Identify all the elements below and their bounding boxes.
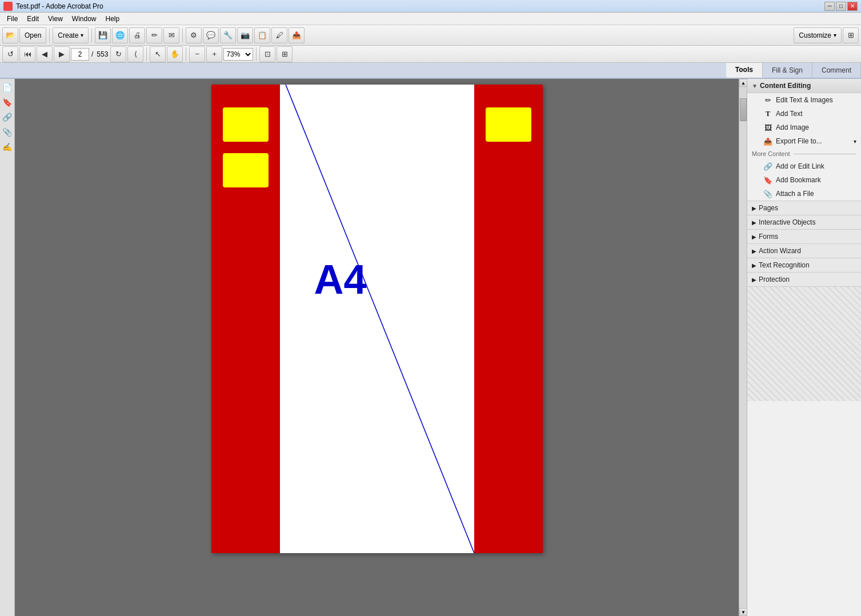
add-edit-link-item[interactable]: 🔗 Add or Edit Link <box>747 159 861 173</box>
create-button[interactable]: Create ▾ <box>53 27 89 43</box>
sidebar-sign-icon[interactable]: ✍ <box>1 141 14 153</box>
comment-icon[interactable]: 💬 <box>203 27 219 43</box>
sign-icon[interactable]: 🖊 <box>271 27 287 43</box>
forms-label: Forms <box>759 233 778 241</box>
add-bookmark-item[interactable]: 🔖 Add Bookmark <box>747 173 861 187</box>
export-file-item[interactable]: 📤 Export File to... ▾ <box>747 134 861 148</box>
forms-expand-arrow: ▶ <box>752 234 756 240</box>
sidebar-attachment-icon[interactable]: 📎 <box>1 126 14 138</box>
fit-page-icon[interactable]: ⊡ <box>259 46 275 62</box>
forms-icon[interactable]: 📋 <box>254 27 270 43</box>
vertical-scrollbar[interactable]: ▲ ▼ <box>739 79 747 616</box>
tab-spacer <box>0 63 726 78</box>
zoom-select[interactable]: 73% 50% 100% 125% 150% <box>223 48 253 61</box>
sidebar-link-icon[interactable]: 🔗 <box>1 111 14 123</box>
nav-rotate-icon[interactable]: ↺ <box>2 46 18 62</box>
add-image-icon: 🖼 <box>763 123 772 132</box>
window-controls: ─ □ ✕ <box>824 2 858 11</box>
edit-text-images-icon: ✏ <box>763 95 772 105</box>
tab-comment[interactable]: Comment <box>812 63 861 78</box>
action-wizard-section[interactable]: ▶ Action Wizard <box>747 244 861 258</box>
add-bookmark-icon: 🔖 <box>763 175 772 185</box>
toolbar-separator-3 <box>182 29 183 42</box>
settings-icon[interactable]: ⚙ <box>186 27 202 43</box>
text-recognition-section[interactable]: ▶ Text Recognition <box>747 258 861 273</box>
interactive-objects-section[interactable]: ▶ Interactive Objects <box>747 215 861 230</box>
open-folder-icon[interactable]: 📂 <box>2 27 18 43</box>
scroll-track <box>739 87 747 608</box>
forms-section[interactable]: ▶ Forms <box>747 230 861 244</box>
customize-button[interactable]: Customize ▾ <box>794 27 842 43</box>
nav-toolbar: ↺ ⏮ ◀ ▶ / 553 ↻ ⟨ ↖ ✋ − + 73% 50% 100% 1… <box>0 46 861 63</box>
main-layout: 📄 🔖 🔗 📎 ✍ A4 ▲ ▼ <box>0 79 861 616</box>
pages-expand-arrow: ▶ <box>752 205 756 211</box>
nav-separator-2 <box>186 47 186 61</box>
nav-separator-3 <box>256 47 257 61</box>
panel-toggle-icon[interactable]: ⊞ <box>843 27 859 43</box>
content-editing-header[interactable]: ▼ Content Editing <box>747 79 861 93</box>
sidebar-bookmark-icon[interactable]: 🔖 <box>1 96 14 109</box>
scan-icon[interactable]: 📷 <box>237 27 253 43</box>
sidebar-page-icon[interactable]: 📄 <box>1 81 14 94</box>
hand-icon[interactable]: ✋ <box>167 46 183 62</box>
edit-text-images-item[interactable]: ✏ Edit Text & Images <box>747 93 861 107</box>
add-text-icon: T <box>763 109 772 118</box>
open-button[interactable]: Open <box>19 27 46 43</box>
save-icon[interactable]: 💾 <box>95 27 111 43</box>
more-content-label: More Content <box>747 148 861 159</box>
pages-label: Pages <box>759 204 778 212</box>
menu-file[interactable]: File <box>2 14 22 24</box>
menu-help[interactable]: Help <box>101 14 125 24</box>
action-wizard-expand-arrow: ▶ <box>752 248 756 254</box>
scroll-up-button[interactable]: ▲ <box>739 79 747 87</box>
maximize-button[interactable]: □ <box>836 2 846 11</box>
minimize-button[interactable]: ─ <box>824 2 835 11</box>
action-wizard-label: Action Wizard <box>759 247 801 255</box>
app-icon <box>3 2 13 11</box>
menu-bar: File Edit View Window Help <box>0 13 861 25</box>
attach-file-icon: 📎 <box>763 189 772 198</box>
scroll-thumb[interactable] <box>740 98 747 121</box>
toolbar-separator-2 <box>91 29 92 42</box>
total-pages: 553 <box>95 50 109 58</box>
refresh-icon[interactable]: ↻ <box>110 46 126 62</box>
nav-first-icon[interactable]: ⏮ <box>19 46 35 62</box>
zoom-in-icon[interactable]: + <box>206 46 222 62</box>
pages-section[interactable]: ▶ Pages <box>747 201 861 215</box>
title-bar: Test.pdf - Adobe Acrobat Pro ─ □ ✕ <box>0 0 861 13</box>
add-text-item[interactable]: T Add Text <box>747 107 861 121</box>
canvas-area: A4 <box>15 79 739 616</box>
interactive-objects-label: Interactive Objects <box>759 218 815 226</box>
tab-tools[interactable]: Tools <box>726 63 763 78</box>
attach-file-item[interactable]: 📎 Attach a File <box>747 187 861 201</box>
menu-window[interactable]: Window <box>67 14 101 24</box>
edit-icon[interactable]: ✏ <box>146 27 162 43</box>
menu-edit[interactable]: Edit <box>22 14 43 24</box>
menu-view[interactable]: View <box>43 14 67 24</box>
text-recognition-label: Text Recognition <box>759 261 810 269</box>
scroll-down-button[interactable]: ▼ <box>739 608 747 616</box>
zoom-out-icon[interactable]: − <box>189 46 205 62</box>
page-number-input[interactable] <box>71 48 89 61</box>
fit-width-icon[interactable]: ⊞ <box>277 46 293 62</box>
export-icon[interactable]: 📤 <box>289 27 305 43</box>
tab-fill-sign[interactable]: Fill & Sign <box>763 63 812 78</box>
nav-back-icon[interactable]: ⟨ <box>127 46 143 62</box>
tools-icon[interactable]: 🔧 <box>220 27 236 43</box>
nav-prev-icon[interactable]: ◀ <box>37 46 53 62</box>
add-image-item[interactable]: 🖼 Add Image <box>747 121 861 134</box>
page-separator: / <box>90 50 94 58</box>
content-editing-label: Content Editing <box>760 82 811 90</box>
close-button[interactable]: ✕ <box>847 2 858 11</box>
window-title: Test.pdf - Adobe Acrobat Pro <box>16 2 824 10</box>
nav-next-icon[interactable]: ▶ <box>54 46 70 62</box>
content-editing-section: ▼ Content Editing ✏ Edit Text & Images T… <box>747 79 861 201</box>
protection-section[interactable]: ▶ Protection <box>747 273 861 287</box>
right-panel: ▼ Content Editing ✏ Edit Text & Images T… <box>747 79 861 616</box>
email-icon[interactable]: ✉ <box>163 27 179 43</box>
send-icon[interactable]: 🌐 <box>112 27 128 43</box>
select-icon[interactable]: ↖ <box>150 46 166 62</box>
pdf-page: A4 <box>211 85 543 553</box>
print-icon[interactable]: 🖨 <box>129 27 145 43</box>
protection-expand-arrow: ▶ <box>752 277 756 283</box>
